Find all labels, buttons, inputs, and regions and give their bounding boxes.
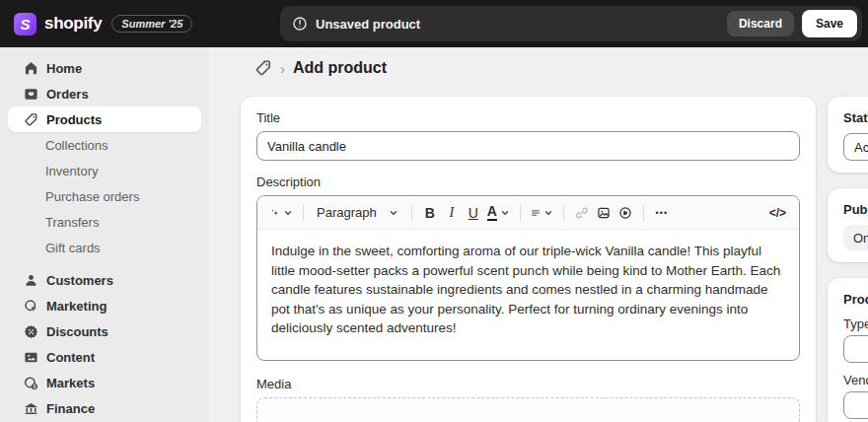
product-organization-card: Product organization Type Vendor [828,278,868,422]
sidebar-item-label: Markets [46,376,95,390]
toolbar-divider [563,204,564,222]
sidebar-item-label: Products [46,112,102,127]
text-color-button[interactable]: A [484,201,513,225]
more-options-button[interactable]: ••• [651,201,673,225]
orders-icon [24,87,38,102]
sidebar-item-finance[interactable]: Finance [8,395,201,421]
bold-button[interactable]: B [419,201,441,225]
finance-icon [24,401,38,416]
show-html-button[interactable]: </> [766,201,789,225]
unsaved-message: Unsaved product [316,17,420,32]
sidebar-item-label: Home [46,61,82,76]
alert-circle-icon [292,16,308,32]
vendor-input[interactable] [843,391,868,419]
publishing-card: Publishing Online Store [828,188,868,262]
vendor-label: Vendor [843,373,868,387]
bold-icon: B [425,205,435,221]
page-title: Add product [293,59,387,77]
save-button[interactable]: Save [802,10,857,37]
markets-icon: $ [24,376,38,390]
chevron-down-icon [389,208,398,218]
media-label: Media [256,377,800,391]
text-style-label: Paragraph [317,205,377,220]
organization-card-title: Product organization [843,292,868,307]
status-select[interactable]: Active [843,133,868,161]
rich-text-editor: Paragraph B I U A [256,195,800,361]
sidebar-item-label: Customers [46,273,113,288]
ai-sparkle-button[interactable] [267,201,296,225]
sidebar-item-orders[interactable]: Orders [8,81,201,106]
description-label: Description [256,175,800,189]
insert-link-button[interactable] [571,201,593,225]
text-color-icon: A [487,204,497,221]
insert-video-button[interactable] [615,201,636,225]
link-icon [575,206,589,220]
right-panel: Status Active Publishing Online Store Pr… [828,97,868,422]
chevron-down-icon [283,208,293,218]
sidebar-item-home[interactable]: Home [8,55,201,81]
sidebar-item-gift-cards[interactable]: Gift cards [8,235,201,260]
breadcrumb: › Add product [254,59,387,77]
insert-image-button[interactable] [593,201,615,225]
discard-button[interactable]: Discard [727,11,794,36]
align-left-icon [531,208,541,218]
sidebar-item-collections[interactable]: Collections [8,132,201,158]
type-input[interactable] [843,335,868,363]
sidebar-item-label: Content [46,350,95,365]
sidebar-nav: Home Orders Products Collections Invento… [0,47,209,422]
title-input[interactable] [256,131,800,161]
chevron-down-icon [543,208,553,218]
alignment-button[interactable] [528,201,556,225]
more-dots-icon: ••• [656,208,668,218]
sidebar-item-purchase-orders[interactable]: Purchase orders [8,183,201,209]
customers-icon [24,273,38,288]
sidebar-item-label: Discounts [46,324,108,339]
status-card-title: Status [843,110,868,125]
product-details-card: Title Description Paragraph B I U A [241,97,816,422]
marketing-icon [24,299,38,314]
sidebar-item-label: Finance [46,401,95,416]
chevron-right-icon: › [280,60,285,77]
sidebar-item-transfers[interactable]: Transfers [8,209,201,235]
sidebar-item-customers[interactable]: Customers [8,267,201,293]
sidebar-item-label: Marketing [46,299,107,314]
shopify-bag-icon: S [14,13,36,35]
publishing-card-title: Publishing [843,202,868,217]
italic-button[interactable]: I [441,201,463,225]
sidebar-item-marketing[interactable]: Marketing [8,293,201,318]
sidebar-item-markets[interactable]: $ Markets [8,370,201,395]
shopify-logo[interactable]: S shopify Summer '25 [0,13,192,35]
products-tag-icon[interactable] [254,59,272,77]
shopify-wordmark: shopify [44,14,102,34]
context-bar-status: Unsaved product [292,16,420,32]
content-icon [24,350,38,365]
sparkle-icon [270,208,280,218]
status-card: Status Active [828,97,868,173]
italic-icon: I [449,205,454,221]
products-tag-icon [24,112,38,127]
play-circle-icon [618,206,632,220]
toolbar-divider [520,204,521,222]
version-badge: Summer '25 [111,15,192,33]
text-style-dropdown[interactable]: Paragraph [311,201,404,225]
media-dropzone[interactable] [256,397,800,422]
home-icon [24,61,38,76]
sidebar-item-inventory[interactable]: Inventory [8,158,201,183]
type-label: Type [843,316,868,331]
toolbar-divider [411,204,412,222]
sidebar-item-discounts[interactable]: Discounts [8,318,201,344]
underline-button[interactable]: U [463,201,484,225]
sidebar-item-content[interactable]: Content [8,344,201,370]
unsaved-context-bar: Unsaved product Discard Save [280,6,862,41]
context-bar-actions: Discard Save [727,10,857,37]
toolbar-divider [643,204,644,222]
chevron-down-icon [500,208,510,218]
topbar: S shopify Summer '25 Unsaved product Dis… [0,0,868,47]
sales-channel-item[interactable]: Online Store [843,225,868,250]
toolbar-divider [303,204,304,222]
code-icon: </> [769,206,786,220]
sidebar-item-products[interactable]: Products [8,106,201,132]
description-textbox[interactable]: Indulge in the sweet, comforting aroma o… [257,230,799,360]
discounts-icon [24,324,38,339]
image-icon [597,206,611,220]
